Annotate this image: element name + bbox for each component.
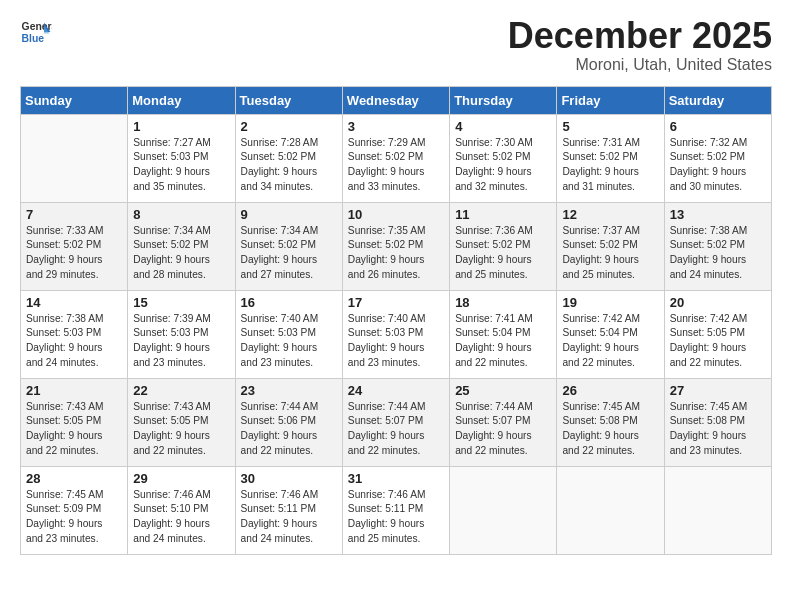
logo-icon: General Blue <box>20 16 52 48</box>
calendar-cell: 23Sunrise: 7:44 AM Sunset: 5:06 PM Dayli… <box>235 378 342 466</box>
calendar-cell: 1Sunrise: 7:27 AM Sunset: 5:03 PM Daylig… <box>128 114 235 202</box>
weekday-header-wednesday: Wednesday <box>342 86 449 114</box>
day-number: 31 <box>348 471 444 486</box>
day-number: 3 <box>348 119 444 134</box>
location: Moroni, Utah, United States <box>508 56 772 74</box>
calendar-week-row: 14Sunrise: 7:38 AM Sunset: 5:03 PM Dayli… <box>21 290 772 378</box>
calendar-cell: 17Sunrise: 7:40 AM Sunset: 5:03 PM Dayli… <box>342 290 449 378</box>
day-number: 17 <box>348 295 444 310</box>
day-number: 28 <box>26 471 122 486</box>
calendar-table: SundayMondayTuesdayWednesdayThursdayFrid… <box>20 86 772 555</box>
day-number: 8 <box>133 207 229 222</box>
calendar-cell: 26Sunrise: 7:45 AM Sunset: 5:08 PM Dayli… <box>557 378 664 466</box>
calendar-cell: 5Sunrise: 7:31 AM Sunset: 5:02 PM Daylig… <box>557 114 664 202</box>
day-info: Sunrise: 7:42 AM Sunset: 5:04 PM Dayligh… <box>562 312 658 371</box>
day-number: 21 <box>26 383 122 398</box>
day-number: 30 <box>241 471 337 486</box>
day-number: 27 <box>670 383 766 398</box>
day-info: Sunrise: 7:34 AM Sunset: 5:02 PM Dayligh… <box>241 224 337 283</box>
calendar-cell: 15Sunrise: 7:39 AM Sunset: 5:03 PM Dayli… <box>128 290 235 378</box>
day-number: 19 <box>562 295 658 310</box>
day-info: Sunrise: 7:27 AM Sunset: 5:03 PM Dayligh… <box>133 136 229 195</box>
calendar-cell: 10Sunrise: 7:35 AM Sunset: 5:02 PM Dayli… <box>342 202 449 290</box>
day-info: Sunrise: 7:29 AM Sunset: 5:02 PM Dayligh… <box>348 136 444 195</box>
weekday-header-row: SundayMondayTuesdayWednesdayThursdayFrid… <box>21 86 772 114</box>
calendar-week-row: 28Sunrise: 7:45 AM Sunset: 5:09 PM Dayli… <box>21 466 772 554</box>
calendar-cell: 16Sunrise: 7:40 AM Sunset: 5:03 PM Dayli… <box>235 290 342 378</box>
calendar-cell: 22Sunrise: 7:43 AM Sunset: 5:05 PM Dayli… <box>128 378 235 466</box>
day-number: 13 <box>670 207 766 222</box>
day-number: 20 <box>670 295 766 310</box>
calendar-cell: 8Sunrise: 7:34 AM Sunset: 5:02 PM Daylig… <box>128 202 235 290</box>
calendar-cell: 30Sunrise: 7:46 AM Sunset: 5:11 PM Dayli… <box>235 466 342 554</box>
day-info: Sunrise: 7:44 AM Sunset: 5:07 PM Dayligh… <box>348 400 444 459</box>
header: General Blue December 2025 Moroni, Utah,… <box>20 16 772 74</box>
calendar-cell: 4Sunrise: 7:30 AM Sunset: 5:02 PM Daylig… <box>450 114 557 202</box>
weekday-header-monday: Monday <box>128 86 235 114</box>
day-number: 4 <box>455 119 551 134</box>
calendar-cell: 6Sunrise: 7:32 AM Sunset: 5:02 PM Daylig… <box>664 114 771 202</box>
calendar-week-row: 7Sunrise: 7:33 AM Sunset: 5:02 PM Daylig… <box>21 202 772 290</box>
calendar-cell: 2Sunrise: 7:28 AM Sunset: 5:02 PM Daylig… <box>235 114 342 202</box>
calendar-cell: 28Sunrise: 7:45 AM Sunset: 5:09 PM Dayli… <box>21 466 128 554</box>
day-info: Sunrise: 7:45 AM Sunset: 5:08 PM Dayligh… <box>670 400 766 459</box>
weekday-header-thursday: Thursday <box>450 86 557 114</box>
day-info: Sunrise: 7:38 AM Sunset: 5:03 PM Dayligh… <box>26 312 122 371</box>
calendar-cell: 7Sunrise: 7:33 AM Sunset: 5:02 PM Daylig… <box>21 202 128 290</box>
day-number: 9 <box>241 207 337 222</box>
day-info: Sunrise: 7:34 AM Sunset: 5:02 PM Dayligh… <box>133 224 229 283</box>
calendar-cell: 25Sunrise: 7:44 AM Sunset: 5:07 PM Dayli… <box>450 378 557 466</box>
calendar-header: SundayMondayTuesdayWednesdayThursdayFrid… <box>21 86 772 114</box>
day-number: 12 <box>562 207 658 222</box>
day-info: Sunrise: 7:46 AM Sunset: 5:10 PM Dayligh… <box>133 488 229 547</box>
day-number: 11 <box>455 207 551 222</box>
day-info: Sunrise: 7:38 AM Sunset: 5:02 PM Dayligh… <box>670 224 766 283</box>
calendar-cell: 20Sunrise: 7:42 AM Sunset: 5:05 PM Dayli… <box>664 290 771 378</box>
day-info: Sunrise: 7:44 AM Sunset: 5:07 PM Dayligh… <box>455 400 551 459</box>
day-number: 15 <box>133 295 229 310</box>
calendar-week-row: 1Sunrise: 7:27 AM Sunset: 5:03 PM Daylig… <box>21 114 772 202</box>
day-info: Sunrise: 7:36 AM Sunset: 5:02 PM Dayligh… <box>455 224 551 283</box>
day-number: 18 <box>455 295 551 310</box>
day-number: 7 <box>26 207 122 222</box>
calendar-cell: 24Sunrise: 7:44 AM Sunset: 5:07 PM Dayli… <box>342 378 449 466</box>
day-info: Sunrise: 7:35 AM Sunset: 5:02 PM Dayligh… <box>348 224 444 283</box>
calendar-cell <box>664 466 771 554</box>
day-number: 10 <box>348 207 444 222</box>
calendar-cell: 13Sunrise: 7:38 AM Sunset: 5:02 PM Dayli… <box>664 202 771 290</box>
day-info: Sunrise: 7:41 AM Sunset: 5:04 PM Dayligh… <box>455 312 551 371</box>
day-number: 29 <box>133 471 229 486</box>
day-info: Sunrise: 7:45 AM Sunset: 5:08 PM Dayligh… <box>562 400 658 459</box>
day-number: 2 <box>241 119 337 134</box>
calendar-cell <box>450 466 557 554</box>
day-info: Sunrise: 7:40 AM Sunset: 5:03 PM Dayligh… <box>241 312 337 371</box>
calendar-cell <box>21 114 128 202</box>
day-info: Sunrise: 7:43 AM Sunset: 5:05 PM Dayligh… <box>26 400 122 459</box>
day-info: Sunrise: 7:46 AM Sunset: 5:11 PM Dayligh… <box>241 488 337 547</box>
day-info: Sunrise: 7:28 AM Sunset: 5:02 PM Dayligh… <box>241 136 337 195</box>
calendar-cell: 14Sunrise: 7:38 AM Sunset: 5:03 PM Dayli… <box>21 290 128 378</box>
day-number: 26 <box>562 383 658 398</box>
weekday-header-sunday: Sunday <box>21 86 128 114</box>
day-number: 5 <box>562 119 658 134</box>
day-info: Sunrise: 7:30 AM Sunset: 5:02 PM Dayligh… <box>455 136 551 195</box>
calendar-week-row: 21Sunrise: 7:43 AM Sunset: 5:05 PM Dayli… <box>21 378 772 466</box>
page-container: General Blue December 2025 Moroni, Utah,… <box>0 0 792 565</box>
day-number: 22 <box>133 383 229 398</box>
day-info: Sunrise: 7:43 AM Sunset: 5:05 PM Dayligh… <box>133 400 229 459</box>
calendar-cell: 19Sunrise: 7:42 AM Sunset: 5:04 PM Dayli… <box>557 290 664 378</box>
logo: General Blue <box>20 16 52 48</box>
day-info: Sunrise: 7:46 AM Sunset: 5:11 PM Dayligh… <box>348 488 444 547</box>
calendar-cell: 29Sunrise: 7:46 AM Sunset: 5:10 PM Dayli… <box>128 466 235 554</box>
weekday-header-saturday: Saturday <box>664 86 771 114</box>
day-info: Sunrise: 7:31 AM Sunset: 5:02 PM Dayligh… <box>562 136 658 195</box>
title-area: December 2025 Moroni, Utah, United State… <box>508 16 772 74</box>
weekday-header-friday: Friday <box>557 86 664 114</box>
calendar-cell <box>557 466 664 554</box>
calendar-cell: 27Sunrise: 7:45 AM Sunset: 5:08 PM Dayli… <box>664 378 771 466</box>
calendar-cell: 11Sunrise: 7:36 AM Sunset: 5:02 PM Dayli… <box>450 202 557 290</box>
calendar-cell: 21Sunrise: 7:43 AM Sunset: 5:05 PM Dayli… <box>21 378 128 466</box>
svg-text:Blue: Blue <box>22 33 45 44</box>
day-info: Sunrise: 7:40 AM Sunset: 5:03 PM Dayligh… <box>348 312 444 371</box>
day-info: Sunrise: 7:32 AM Sunset: 5:02 PM Dayligh… <box>670 136 766 195</box>
